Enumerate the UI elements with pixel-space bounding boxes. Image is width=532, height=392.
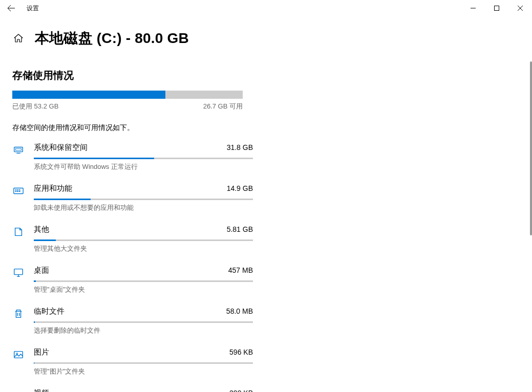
category-head: 图片 596 KB bbox=[34, 347, 253, 357]
maximize-icon bbox=[494, 6, 499, 11]
category-item[interactable]: 桌面 457 MB 管理"桌面"文件夹 bbox=[12, 266, 253, 294]
content-area: 本地磁盘 (C:) - 80.0 GB 存储使用情况 已使用 53.2 GB 2… bbox=[0, 16, 532, 392]
category-name: 应用和功能 bbox=[34, 184, 72, 193]
close-button[interactable] bbox=[508, 0, 532, 16]
category-size: 58.0 MB bbox=[226, 307, 253, 315]
svg-rect-2 bbox=[16, 148, 22, 150]
category-bar-fill bbox=[34, 362, 34, 364]
category-name: 桌面 bbox=[34, 266, 49, 275]
svg-rect-10 bbox=[14, 269, 23, 275]
category-item[interactable]: 系统和保留空间 31.8 GB 系统文件可帮助 Windows 正常运行 bbox=[12, 143, 253, 171]
page-title: 本地磁盘 (C:) - 80.0 GB bbox=[35, 29, 189, 48]
svg-rect-9 bbox=[19, 191, 20, 192]
category-body: 临时文件 58.0 MB 选择要删除的临时文件 bbox=[34, 307, 253, 335]
category-name: 临时文件 bbox=[34, 307, 65, 316]
close-icon bbox=[518, 6, 523, 11]
desktop-icon bbox=[12, 267, 25, 279]
category-name: 视频 bbox=[34, 388, 49, 392]
category-size: 596 KB bbox=[229, 348, 253, 356]
svg-rect-6 bbox=[19, 189, 20, 190]
category-size: 31.8 GB bbox=[227, 143, 253, 151]
apps-icon bbox=[12, 185, 25, 197]
window-title: 设置 bbox=[27, 4, 39, 13]
minimize-button[interactable] bbox=[461, 0, 485, 16]
svg-point-12 bbox=[16, 353, 18, 355]
back-button[interactable] bbox=[5, 2, 17, 14]
category-hint: 管理"桌面"文件夹 bbox=[34, 285, 253, 294]
header-row: 本地磁盘 (C:) - 80.0 GB bbox=[12, 29, 520, 48]
category-size: 5.81 GB bbox=[227, 225, 253, 233]
category-body: 图片 596 KB 管理"图片"文件夹 bbox=[34, 347, 253, 376]
category-item[interactable]: 视频 200 KB 管理"视频"文件夹 bbox=[12, 388, 253, 392]
svg-rect-8 bbox=[17, 191, 18, 192]
minimize-icon bbox=[471, 6, 476, 11]
category-item[interactable]: 应用和功能 14.9 GB 卸载未使用或不想要的应用和功能 bbox=[12, 184, 253, 212]
category-bar bbox=[34, 239, 253, 241]
category-bar-fill bbox=[34, 239, 56, 241]
category-item[interactable]: 临时文件 58.0 MB 选择要删除的临时文件 bbox=[12, 307, 253, 335]
category-hint: 管理其他大文件夹 bbox=[34, 244, 253, 253]
svg-rect-4 bbox=[15, 189, 17, 190]
category-head: 临时文件 58.0 MB bbox=[34, 307, 253, 316]
category-hint: 系统文件可帮助 Windows 正常运行 bbox=[34, 162, 253, 171]
picture-icon bbox=[12, 349, 25, 361]
video-icon bbox=[12, 389, 25, 392]
category-bar bbox=[34, 158, 253, 159]
free-label: 26.7 GB 可用 bbox=[203, 102, 243, 111]
category-hint: 选择要删除的临时文件 bbox=[34, 326, 253, 335]
used-label: 已使用 53.2 GB bbox=[12, 102, 58, 111]
category-body: 系统和保留空间 31.8 GB 系统文件可帮助 Windows 正常运行 bbox=[34, 143, 253, 171]
category-size: 457 MB bbox=[228, 266, 253, 274]
category-size: 200 KB bbox=[229, 389, 253, 392]
category-bar-fill bbox=[34, 158, 154, 159]
categories-list: 系统和保留空间 31.8 GB 系统文件可帮助 Windows 正常运行 应用和… bbox=[12, 143, 520, 392]
category-bar-fill bbox=[34, 321, 35, 323]
category-bar bbox=[34, 362, 253, 364]
category-head: 视频 200 KB bbox=[34, 388, 253, 392]
titlebar: 设置 bbox=[0, 0, 532, 16]
category-body: 应用和功能 14.9 GB 卸载未使用或不想要的应用和功能 bbox=[34, 184, 253, 212]
storage-bar-labels: 已使用 53.2 GB 26.7 GB 可用 bbox=[12, 102, 243, 111]
home-icon bbox=[13, 33, 24, 43]
svg-rect-5 bbox=[17, 189, 18, 190]
titlebar-left: 设置 bbox=[0, 2, 39, 14]
svg-rect-0 bbox=[495, 6, 499, 11]
category-bar bbox=[34, 199, 253, 200]
storage-bar bbox=[12, 91, 243, 99]
category-hint: 卸载未使用或不想要的应用和功能 bbox=[34, 203, 253, 212]
scrollbar[interactable] bbox=[530, 61, 532, 235]
storage-bar-fill bbox=[12, 91, 165, 99]
svg-rect-7 bbox=[15, 191, 17, 192]
arrow-left-icon bbox=[7, 4, 15, 12]
category-bar bbox=[34, 321, 253, 323]
category-size: 14.9 GB bbox=[227, 184, 253, 192]
category-bar-fill bbox=[34, 199, 91, 200]
trash-icon bbox=[12, 308, 25, 320]
category-name: 系统和保留空间 bbox=[34, 143, 88, 153]
maximize-button[interactable] bbox=[485, 0, 508, 16]
category-head: 应用和功能 14.9 GB bbox=[34, 184, 253, 193]
category-bar-fill bbox=[34, 280, 36, 282]
category-body: 桌面 457 MB 管理"桌面"文件夹 bbox=[34, 266, 253, 294]
category-bar bbox=[34, 280, 253, 282]
category-body: 视频 200 KB 管理"视频"文件夹 bbox=[34, 388, 253, 392]
system-icon bbox=[12, 144, 25, 156]
category-head: 桌面 457 MB bbox=[34, 266, 253, 275]
category-head: 系统和保留空间 31.8 GB bbox=[34, 143, 253, 153]
section-title: 存储使用情况 bbox=[12, 69, 520, 82]
category-name: 其他 bbox=[34, 225, 49, 234]
category-name: 图片 bbox=[34, 347, 49, 357]
category-item[interactable]: 其他 5.81 GB 管理其他大文件夹 bbox=[12, 225, 253, 253]
category-head: 其他 5.81 GB bbox=[34, 225, 253, 234]
category-hint: 管理"图片"文件夹 bbox=[34, 367, 253, 376]
document-icon bbox=[12, 226, 25, 238]
window-controls bbox=[461, 0, 532, 16]
home-button[interactable] bbox=[12, 32, 25, 45]
storage-description: 存储空间的使用情况和可用情况如下。 bbox=[12, 123, 520, 133]
category-body: 其他 5.81 GB 管理其他大文件夹 bbox=[34, 225, 253, 253]
category-item[interactable]: 图片 596 KB 管理"图片"文件夹 bbox=[12, 347, 253, 376]
